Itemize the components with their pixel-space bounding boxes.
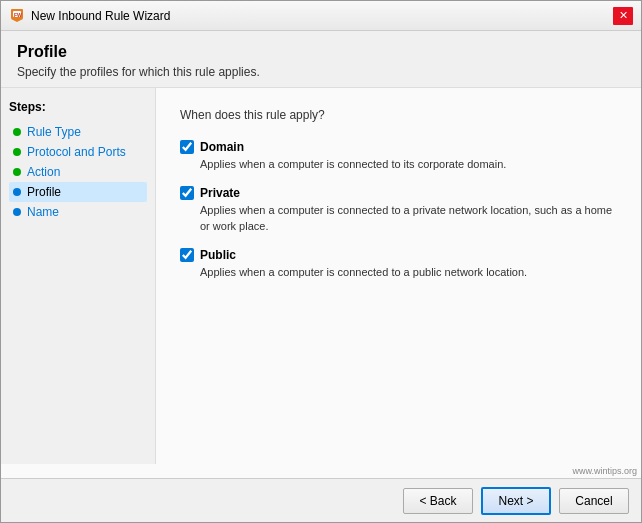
- sidebar-item-rule-type[interactable]: Rule Type: [9, 122, 147, 142]
- public-label[interactable]: Public: [200, 248, 236, 262]
- dot-protocol-ports: [13, 148, 21, 156]
- sidebar-item-profile[interactable]: Profile: [9, 182, 147, 202]
- sidebar-label-rule-type: Rule Type: [27, 125, 81, 139]
- wizard-window: FW New Inbound Rule Wizard ✕ Profile Spe…: [0, 0, 642, 523]
- right-panel: When does this rule apply? Domain Applie…: [156, 88, 641, 464]
- dot-action: [13, 168, 21, 176]
- sidebar-item-protocol-ports[interactable]: Protocol and Ports: [9, 142, 147, 162]
- sidebar-label-protocol-ports: Protocol and Ports: [27, 145, 126, 159]
- public-description: Applies when a computer is connected to …: [180, 265, 617, 280]
- private-description: Applies when a computer is connected to …: [180, 203, 617, 234]
- sidebar-item-name[interactable]: Name: [9, 202, 147, 222]
- svg-text:FW: FW: [14, 12, 22, 18]
- public-item: Public Applies when a computer is connec…: [180, 248, 617, 280]
- domain-checkbox[interactable]: [180, 140, 194, 154]
- footer: < Back Next > Cancel: [1, 478, 641, 522]
- domain-description: Applies when a computer is connected to …: [180, 157, 617, 172]
- next-button[interactable]: Next >: [481, 487, 551, 515]
- cancel-button[interactable]: Cancel: [559, 488, 629, 514]
- question-text: When does this rule apply?: [180, 108, 617, 122]
- wizard-icon: FW: [9, 8, 25, 24]
- svg-marker-1: [11, 19, 23, 22]
- private-label[interactable]: Private: [200, 186, 240, 200]
- title-bar-text: New Inbound Rule Wizard: [31, 9, 170, 23]
- dot-profile: [13, 188, 21, 196]
- sidebar-item-action[interactable]: Action: [9, 162, 147, 182]
- title-bar: FW New Inbound Rule Wizard ✕: [1, 1, 641, 31]
- sidebar: Steps: Rule Type Protocol and Ports Acti…: [1, 88, 156, 464]
- close-button[interactable]: ✕: [613, 7, 633, 25]
- domain-label[interactable]: Domain: [200, 140, 244, 154]
- public-checkbox[interactable]: [180, 248, 194, 262]
- domain-row: Domain: [180, 140, 617, 154]
- page-title: Profile: [17, 43, 625, 61]
- sidebar-label-name: Name: [27, 205, 59, 219]
- main-area: Steps: Rule Type Protocol and Ports Acti…: [1, 88, 641, 464]
- domain-item: Domain Applies when a computer is connec…: [180, 140, 617, 172]
- sidebar-title: Steps:: [9, 100, 147, 114]
- private-row: Private: [180, 186, 617, 200]
- private-item: Private Applies when a computer is conne…: [180, 186, 617, 234]
- public-row: Public: [180, 248, 617, 262]
- sidebar-label-action: Action: [27, 165, 60, 179]
- watermark: www.wintips.org: [1, 464, 641, 478]
- private-checkbox[interactable]: [180, 186, 194, 200]
- back-button[interactable]: < Back: [403, 488, 473, 514]
- sidebar-label-profile: Profile: [27, 185, 61, 199]
- title-bar-left: FW New Inbound Rule Wizard: [9, 8, 170, 24]
- dot-rule-type: [13, 128, 21, 136]
- checkbox-group: Domain Applies when a computer is connec…: [180, 140, 617, 281]
- dot-name: [13, 208, 21, 216]
- page-subtitle: Specify the profiles for which this rule…: [17, 65, 625, 79]
- wizard-header: Profile Specify the profiles for which t…: [1, 31, 641, 88]
